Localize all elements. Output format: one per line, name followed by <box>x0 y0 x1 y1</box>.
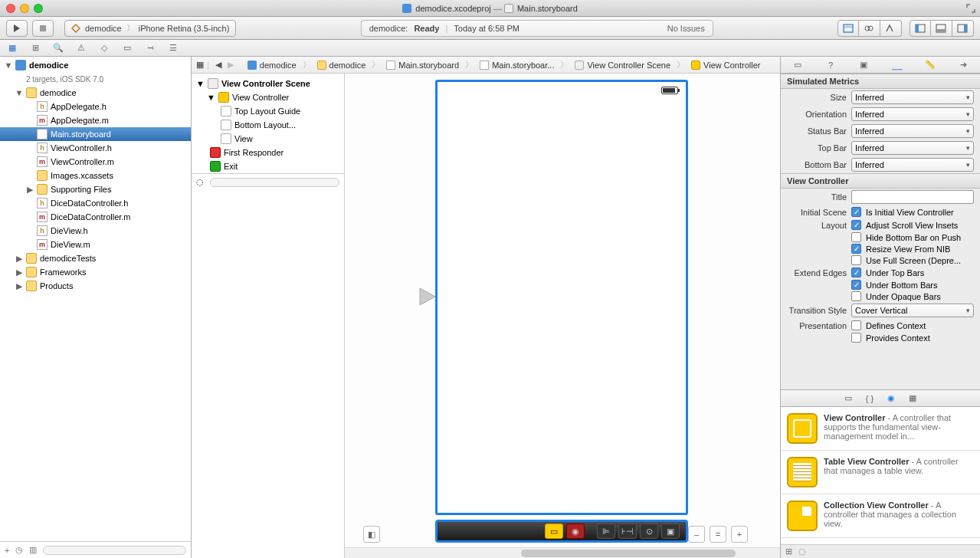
outline-vc[interactable]: ▼View Controller <box>192 90 344 104</box>
debug-navigator-icon[interactable]: ▭ <box>121 42 133 54</box>
jump-bar[interactable]: ▦ | ◀ ▶ demodice〉 demodice〉 Main.storybo… <box>192 57 780 74</box>
file-row[interactable]: hAppDelegate.h <box>0 100 191 113</box>
file-row-selected[interactable]: Main.storyboard <box>0 127 191 141</box>
toggle-outline-button[interactable]: ◧ <box>363 526 380 543</box>
file-row[interactable]: mAppDelegate.m <box>0 113 191 127</box>
breakpoint-navigator-icon[interactable]: ⤙ <box>144 42 156 54</box>
resizing-button[interactable]: ▣ <box>661 524 680 539</box>
log-navigator-icon[interactable]: ☰ <box>167 42 179 54</box>
statusbar-select[interactable]: Inferred▾ <box>851 124 974 138</box>
resize-checkbox[interactable]: ✓ <box>851 244 861 254</box>
minimize-button[interactable] <box>20 4 29 13</box>
scene-dock[interactable]: ▭ ◉ ⊫ ⊦⊣ ⊙ ▣ <box>435 520 688 543</box>
group-products[interactable]: ▶Products <box>0 279 191 293</box>
outline-scene[interactable]: ▼View Controller Scene <box>192 77 344 90</box>
toggle-debug-button[interactable] <box>931 20 952 37</box>
storyboard-canvas[interactable]: ▭ ◉ ⊫ ⊦⊣ ⊙ ▣ ◧ – = + <box>345 74 780 558</box>
resolve-button[interactable]: ⊙ <box>640 524 658 539</box>
connections-inspector-icon[interactable]: ➜ <box>955 58 972 72</box>
defines-checkbox[interactable] <box>851 320 861 330</box>
stop-button[interactable] <box>32 20 54 37</box>
outline-filter-field[interactable] <box>210 178 339 187</box>
outline-first-responder[interactable]: First Responder <box>192 146 344 159</box>
group-frameworks[interactable]: ▶Frameworks <box>0 265 191 279</box>
jumpbar-seg[interactable]: Main.storyboard <box>398 61 459 70</box>
fullscreen-checkbox[interactable] <box>851 255 861 265</box>
undertop-checkbox[interactable]: ✓ <box>851 268 861 277</box>
outline-filter-icon[interactable]: ◌ <box>196 177 204 187</box>
jumpbar-seg[interactable]: View Controller Scene <box>587 61 670 70</box>
media-library-icon[interactable]: ▦ <box>909 393 916 403</box>
file-row[interactable]: mViewController.m <box>0 155 191 169</box>
file-template-icon[interactable]: ▭ <box>844 393 852 403</box>
issue-navigator-icon[interactable]: ⚠ <box>75 42 87 54</box>
symbol-navigator-icon[interactable]: ⊞ <box>29 42 41 54</box>
attributes-inspector-icon[interactable]: ⎯⎯ <box>889 58 906 72</box>
size-select[interactable]: Inferred▾ <box>851 90 974 104</box>
jumpbar-seg[interactable]: demodice <box>260 61 297 70</box>
title-field[interactable] <box>851 190 974 204</box>
list-view-icon[interactable]: ◌ <box>798 547 806 556</box>
adjust-checkbox[interactable]: ✓ <box>851 220 861 230</box>
code-snippet-icon[interactable]: { } <box>866 394 873 403</box>
assistant-editor-button[interactable] <box>859 20 880 37</box>
jumpbar-seg[interactable]: Main.storyboar... <box>492 61 554 70</box>
topbar-select[interactable]: Inferred▾ <box>851 141 974 155</box>
project-navigator-icon[interactable]: ▦ <box>6 42 18 54</box>
file-row[interactable]: mDieView.m <box>0 238 191 251</box>
hidebottom-checkbox[interactable] <box>851 232 861 242</box>
view-controller-canvas[interactable] <box>435 80 688 515</box>
quick-help-icon[interactable]: ? <box>822 58 839 72</box>
dock-fr-icon[interactable]: ◉ <box>566 524 585 539</box>
toggle-utilities-button[interactable] <box>952 20 974 37</box>
outline-top-guide[interactable]: Top Layout Guide <box>192 104 344 118</box>
file-row[interactable]: Images.xcassets <box>0 169 191 182</box>
group-tests[interactable]: ▶demodiceTests <box>0 251 191 265</box>
test-navigator-icon[interactable]: ◇ <box>98 42 110 54</box>
orientation-select[interactable]: Inferred▾ <box>851 107 974 121</box>
zoom-out-button[interactable]: – <box>688 526 705 543</box>
zoom-button[interactable] <box>34 4 43 13</box>
file-inspector-icon[interactable]: ▭ <box>789 58 806 72</box>
scm-icon[interactable]: ▥ <box>29 545 37 555</box>
close-button[interactable] <box>6 4 15 13</box>
grid-view-icon[interactable]: ⊞ <box>785 547 792 556</box>
object-library-icon[interactable]: ◉ <box>887 393 895 403</box>
group-app[interactable]: ▼demodice <box>0 86 191 100</box>
related-items-icon[interactable]: ▦ <box>196 60 204 70</box>
file-row[interactable]: hDieView.h <box>0 224 191 238</box>
outline-bottom-guide[interactable]: Bottom Layout... <box>192 118 344 132</box>
library-item[interactable]: Collection View Controller - A controlle… <box>781 494 980 538</box>
add-icon[interactable]: + <box>5 546 9 555</box>
library-item[interactable]: Table View Controller - A controller tha… <box>781 451 980 494</box>
library-item[interactable]: View Controller - A controller that supp… <box>781 407 980 451</box>
initial-checkbox[interactable]: ✓ <box>851 207 861 217</box>
identity-inspector-icon[interactable]: ▣ <box>855 58 872 72</box>
horizontal-scrollbar[interactable] <box>345 547 780 558</box>
jumpbar-seg[interactable]: demodice <box>329 61 366 70</box>
back-button[interactable]: ◀ <box>212 60 225 70</box>
outline-exit[interactable]: Exit <box>192 159 344 173</box>
project-row[interactable]: ▼ demodice <box>0 58 191 72</box>
file-row[interactable]: hDiceDataController.h <box>0 196 191 210</box>
file-row[interactable]: mDiceDataController.m <box>0 210 191 224</box>
underbottom-checkbox[interactable]: ✓ <box>851 280 861 290</box>
standard-editor-button[interactable] <box>837 20 859 37</box>
zoom-in-button[interactable]: + <box>731 526 748 543</box>
bottombar-select[interactable]: Inferred▾ <box>851 158 974 172</box>
align-button[interactable]: ⊫ <box>597 524 615 539</box>
file-row[interactable]: hViewController.h <box>0 141 191 155</box>
fullscreen-icon[interactable] <box>966 4 975 13</box>
provides-checkbox[interactable] <box>851 333 861 343</box>
size-inspector-icon[interactable]: 📏 <box>922 58 939 72</box>
version-editor-button[interactable] <box>880 20 902 37</box>
filter-field[interactable] <box>43 546 186 555</box>
find-navigator-icon[interactable]: 🔍 <box>52 42 64 54</box>
group-supporting[interactable]: ▶Supporting Files <box>0 182 191 196</box>
transition-select[interactable]: Cover Vertical▾ <box>851 304 974 317</box>
zoom-actual-button[interactable]: = <box>710 526 726 543</box>
toggle-navigator-button[interactable] <box>910 20 931 37</box>
underopaque-checkbox[interactable] <box>851 291 861 301</box>
jumpbar-seg[interactable]: View Controller <box>703 61 760 70</box>
recent-icon[interactable]: ◷ <box>15 545 23 555</box>
